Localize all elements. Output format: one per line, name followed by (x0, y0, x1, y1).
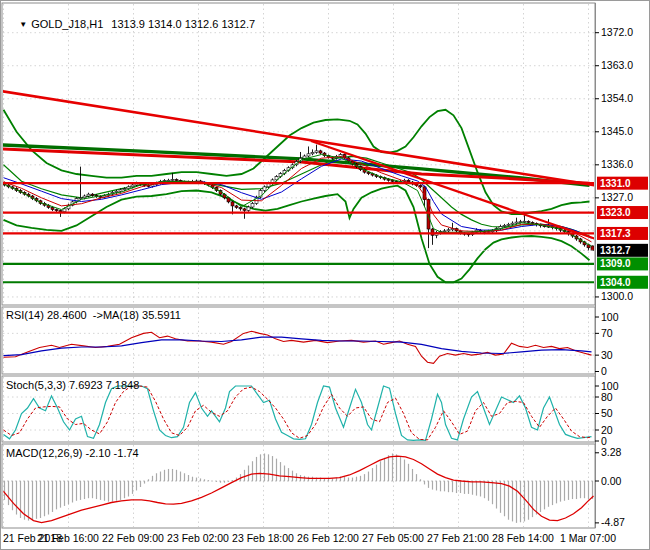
trading-chart-window: 1372.01363.01354.01345.01336.01327.01300… (0, 0, 650, 550)
svg-text:1323.0: 1323.0 (600, 207, 631, 218)
svg-text:70: 70 (601, 327, 613, 339)
svg-text:30: 30 (601, 349, 613, 361)
time-axis-label: 28 Feb 14:00 (492, 532, 554, 544)
svg-text:1327.0: 1327.0 (601, 191, 633, 203)
svg-text:-4.87: -4.87 (601, 516, 625, 528)
svg-text:1300.0: 1300.0 (601, 290, 633, 302)
time-axis[interactable]: 21 Feb 201821 Feb 16:0022 Feb 09:0023 Fe… (3, 532, 616, 544)
svg-text:0: 0 (601, 435, 607, 447)
svg-text:50: 50 (601, 407, 613, 419)
svg-text:0: 0 (601, 365, 607, 377)
svg-text:1312.7: 1312.7 (600, 245, 631, 256)
svg-text:1345.0: 1345.0 (601, 125, 633, 137)
time-axis-label: 27 Feb 21:00 (427, 532, 489, 544)
pane-borders (2, 3, 596, 528)
svg-text:1304.0: 1304.0 (600, 277, 631, 288)
time-axis-label: 26 Feb 12:00 (297, 532, 359, 544)
svg-text:1363.0: 1363.0 (601, 59, 633, 71)
time-axis-label: 1 Mar 07:00 (560, 532, 616, 544)
time-axis-label: 21 Feb 16:00 (37, 532, 99, 544)
svg-text:1372.0: 1372.0 (601, 26, 633, 38)
svg-text:0.00: 0.00 (601, 475, 622, 487)
time-axis-label: 23 Feb 18:00 (232, 532, 294, 544)
svg-text:1309.0: 1309.0 (600, 258, 631, 269)
time-axis-label: 23 Feb 02:00 (167, 532, 229, 544)
svg-text:100: 100 (601, 311, 619, 323)
price-chart-canvas[interactable]: 1372.01363.01354.01345.01336.01327.01300… (1, 1, 650, 550)
svg-text:80: 80 (601, 391, 613, 403)
svg-text:3.28: 3.28 (601, 446, 622, 458)
time-axis-label: 22 Feb 09:00 (102, 532, 164, 544)
time-axis-label: 27 Feb 05:00 (362, 532, 424, 544)
svg-text:1317.3: 1317.3 (600, 228, 631, 239)
price-axis[interactable]: 1372.01363.01354.01345.01336.01327.01300… (595, 26, 648, 528)
svg-text:1354.0: 1354.0 (601, 92, 633, 104)
svg-text:1331.0: 1331.0 (600, 178, 631, 189)
svg-text:1336.0: 1336.0 (601, 158, 633, 170)
